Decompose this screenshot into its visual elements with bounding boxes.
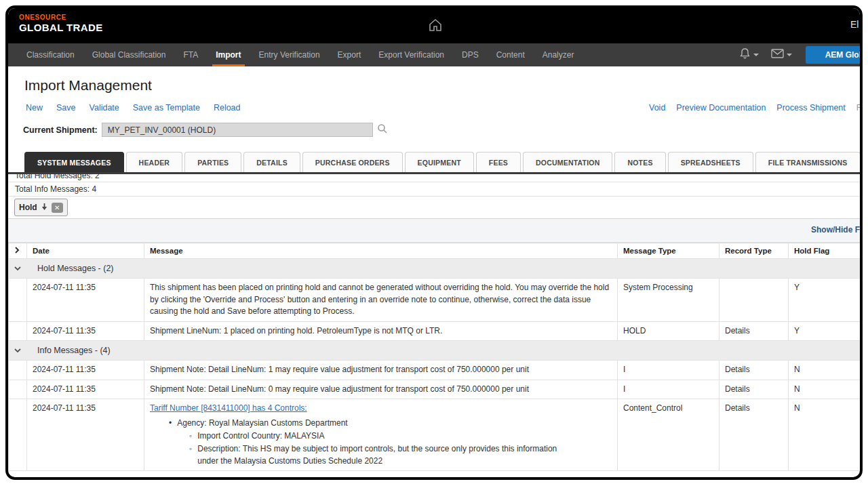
preview-documentation-link[interactable]: Preview Documentation bbox=[676, 103, 766, 113]
tab-system-messages[interactable]: SYSTEM MESSAGES bbox=[24, 152, 124, 172]
hold-filter-chip[interactable]: Hold ✕ bbox=[14, 199, 68, 216]
app-canvas: ONESOURCE GLOBAL TRADE El Classification… bbox=[8, 8, 863, 477]
tab-file-transmissions[interactable]: FILE TRANSMISSIONS bbox=[755, 152, 861, 172]
col-header-date: Date bbox=[27, 243, 144, 259]
nav-item-analyzer[interactable]: Analyzer bbox=[534, 43, 583, 66]
nav-right: AEM Global Trade bbox=[735, 43, 863, 66]
cell-record-type: Details bbox=[719, 399, 789, 471]
process-shipment-link[interactable]: Process Shipment bbox=[776, 103, 845, 113]
info-total-text: Total Info Messages: 4 bbox=[8, 182, 863, 197]
home-icon[interactable] bbox=[427, 17, 443, 36]
tab-details[interactable]: DETAILS bbox=[243, 152, 300, 172]
void-link[interactable]: Void bbox=[649, 103, 665, 113]
nav-item-export[interactable]: Export bbox=[329, 43, 370, 66]
tariff-controls-link[interactable]: Tariff Number [8431411000] has 4 Control… bbox=[150, 403, 307, 413]
cell-record-type: Details bbox=[719, 321, 789, 340]
toolbar: NewSaveValidateSave as TemplateReload Vo… bbox=[19, 103, 863, 115]
hold-total-row: Total Hold Messages: 2 bbox=[8, 174, 863, 182]
tab-purchase-orders[interactable]: PURCHASE ORDERS bbox=[302, 152, 403, 172]
cell-record-type: Details bbox=[719, 361, 789, 380]
nav-item-fta[interactable]: FTA bbox=[174, 43, 207, 66]
table-header-row: DateMessageMessage TypeRecord TypeHold F… bbox=[9, 243, 863, 259]
cell-hold-flag: Y bbox=[789, 321, 863, 340]
new-link[interactable]: New bbox=[26, 103, 43, 113]
filter-band: Show/Hide Filters bbox=[8, 219, 863, 243]
messages-table: DateMessageMessage TypeRecord TypeHold F… bbox=[8, 243, 863, 471]
save-as-template-link[interactable]: Save as Template bbox=[133, 103, 200, 113]
sub-bullet-text: Import Control Country: MALAYSIA bbox=[197, 430, 324, 442]
nav-item-dps[interactable]: DPS bbox=[453, 43, 488, 66]
nav-item-entry-verification[interactable]: Entry Verification bbox=[250, 43, 329, 66]
cell-hold-flag: N bbox=[789, 361, 863, 380]
top-bar: ONESOURCE GLOBAL TRADE El bbox=[8, 8, 863, 43]
sub-bullet-item: Description: This HS may be subject to i… bbox=[189, 443, 612, 467]
nav-item-global-classification[interactable]: Global Classification bbox=[83, 43, 175, 66]
table-row: 2024-07-11 11:35Tariff Number [843141100… bbox=[9, 399, 863, 471]
search-icon[interactable] bbox=[377, 123, 388, 137]
aem-global-trade-button[interactable]: AEM Global Trade bbox=[806, 46, 863, 64]
close-icon[interactable]: ✕ bbox=[52, 203, 63, 213]
shipment-tabs: SYSTEM MESSAGESHEADERPARTIESDETAILSPURCH… bbox=[24, 152, 863, 172]
tab-equipment[interactable]: EQUIPMENT bbox=[405, 152, 474, 172]
cell-hold-flag: Y bbox=[789, 279, 863, 321]
expand-all-header bbox=[9, 243, 27, 259]
group-row: Info Messages - (4) bbox=[9, 340, 863, 360]
show-hide-filters-link[interactable]: Show/Hide Filters bbox=[811, 225, 863, 235]
cell-message-type: I bbox=[618, 380, 719, 399]
row-expand-cell bbox=[9, 321, 27, 340]
chevron-down-icon[interactable] bbox=[14, 264, 21, 273]
cell-message: Shipment Note: Detail LineNum: 0 may req… bbox=[144, 380, 618, 399]
table-row: 2024-07-11 11:35Shipment Note: Detail Li… bbox=[9, 361, 863, 380]
system-messages-panel: Total Hold Messages: 2 Total Info Messag… bbox=[8, 174, 863, 471]
notifications-menu[interactable] bbox=[735, 47, 763, 62]
nav-item-content[interactable]: Content bbox=[488, 43, 534, 66]
user-name[interactable]: El bbox=[850, 19, 859, 30]
messages-menu[interactable] bbox=[767, 49, 796, 61]
bullet-item: Agency: Royal Malaysian Customs Departme… bbox=[169, 418, 612, 468]
bell-icon bbox=[739, 47, 751, 62]
nav-item-export-verification[interactable]: Export Verification bbox=[370, 43, 453, 66]
page-content: Import Management NewSaveValidateSave as… bbox=[8, 66, 863, 172]
tab-notes[interactable]: NOTES bbox=[614, 152, 665, 172]
cell-message-type: System Processing bbox=[618, 279, 719, 321]
chevron-down-icon[interactable] bbox=[14, 346, 21, 355]
page-title: Import Management bbox=[24, 77, 863, 94]
app-window: ONESOURCE GLOBAL TRADE El Classification… bbox=[5, 5, 863, 480]
tab-fees[interactable]: FEES bbox=[476, 152, 521, 172]
chevron-down-icon bbox=[753, 54, 759, 56]
cell-date: 2024-07-11 11:35 bbox=[27, 399, 144, 471]
nav-item-classification[interactable]: Classification bbox=[18, 43, 83, 66]
save-link[interactable]: Save bbox=[56, 103, 76, 113]
pin-icon bbox=[41, 201, 47, 214]
row-expand-cell bbox=[9, 279, 27, 321]
validate-link[interactable]: Validate bbox=[90, 103, 119, 113]
col-header-message: Message bbox=[144, 243, 618, 259]
brand-name: ONESOURCE bbox=[19, 14, 103, 21]
reload-link[interactable]: Reload bbox=[214, 103, 241, 113]
group-row: Hold Messages - (2) bbox=[9, 259, 863, 279]
row-expand-cell bbox=[9, 380, 27, 399]
sub-bullet-item: Import Control Country: MALAYSIA bbox=[189, 430, 612, 442]
brand-product: GLOBAL TRADE bbox=[19, 22, 103, 33]
cell-record-type bbox=[719, 279, 789, 321]
cell-message-type: I bbox=[618, 361, 719, 380]
toolbar-right-actions: VoidPreview DocumentationProcess Shipmen… bbox=[649, 103, 863, 113]
table-row: 2024-07-11 11:35This shipment has been p… bbox=[9, 279, 863, 321]
tab-header[interactable]: HEADER bbox=[126, 152, 183, 172]
table-row: 2024-07-11 11:35Shipment LineNum: 1 plac… bbox=[9, 321, 863, 340]
current-shipment-input[interactable] bbox=[102, 123, 373, 137]
col-header-record-type: Record Type bbox=[719, 243, 789, 259]
tab-spreadsheets[interactable]: SPREADSHEETS bbox=[668, 152, 753, 172]
col-header-message-type: Message Type bbox=[618, 243, 719, 259]
tab-parties[interactable]: PARTIES bbox=[184, 152, 241, 172]
tab-documentation[interactable]: DOCUMENTATION bbox=[523, 152, 612, 172]
nav-item-import[interactable]: Import bbox=[207, 43, 250, 66]
cell-message: Tariff Number [8431411000] has 4 Control… bbox=[144, 399, 618, 471]
cell-message-type: HOLD bbox=[618, 321, 719, 340]
col-header-hold-flag: Hold Flag bbox=[789, 243, 863, 259]
mail-icon bbox=[771, 49, 784, 61]
chevron-right-icon[interactable] bbox=[14, 247, 20, 255]
chip-label: Hold bbox=[19, 203, 37, 212]
group-cell: Hold Messages - (2) bbox=[9, 259, 863, 279]
row-expand-cell bbox=[9, 361, 27, 380]
